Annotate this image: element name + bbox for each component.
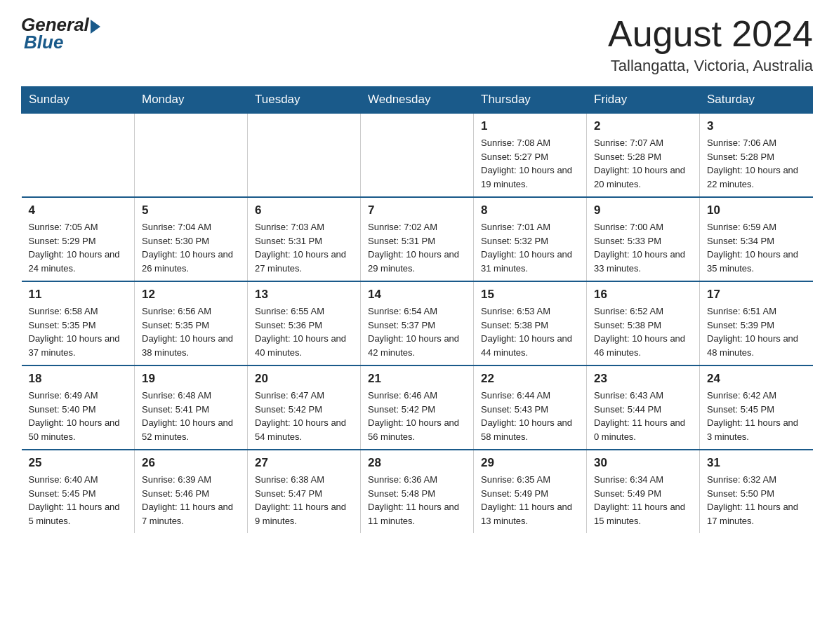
calendar-cell: 17Sunrise: 6:51 AM Sunset: 5:39 PM Dayli… [700,281,813,365]
day-info: Sunrise: 6:55 AM Sunset: 5:36 PM Dayligh… [255,304,353,359]
day-info: Sunrise: 7:04 AM Sunset: 5:30 PM Dayligh… [142,220,240,275]
day-number: 17 [707,288,806,302]
day-number: 21 [368,372,466,386]
day-number: 6 [255,203,353,217]
day-number: 16 [594,288,692,302]
title-block: August 2024 Tallangatta, Victoria, Austr… [608,14,813,75]
day-info: Sunrise: 6:49 AM Sunset: 5:40 PM Dayligh… [29,389,128,443]
calendar-week-row: 25Sunrise: 6:40 AM Sunset: 5:45 PM Dayli… [22,450,813,533]
day-number: 25 [29,456,128,470]
calendar-header-tuesday: Tuesday [248,87,361,114]
calendar-week-row: 18Sunrise: 6:49 AM Sunset: 5:40 PM Dayli… [22,365,813,450]
day-number: 28 [368,456,466,470]
day-info: Sunrise: 7:01 AM Sunset: 5:32 PM Dayligh… [481,220,579,275]
day-number: 29 [481,456,579,470]
calendar-header-saturday: Saturday [700,87,813,114]
calendar-cell: 12Sunrise: 6:56 AM Sunset: 5:35 PM Dayli… [135,281,248,365]
calendar-cell: 10Sunrise: 6:59 AM Sunset: 5:34 PM Dayli… [700,197,813,281]
day-number: 7 [368,203,466,217]
day-info: Sunrise: 6:34 AM Sunset: 5:49 PM Dayligh… [594,473,692,528]
calendar-cell: 30Sunrise: 6:34 AM Sunset: 5:49 PM Dayli… [587,450,700,533]
calendar-cell: 20Sunrise: 6:47 AM Sunset: 5:42 PM Dayli… [248,365,361,450]
day-number: 8 [481,203,579,217]
calendar-cell: 5Sunrise: 7:04 AM Sunset: 5:30 PM Daylig… [135,197,248,281]
calendar-cell [248,113,361,197]
day-info: Sunrise: 7:08 AM Sunset: 5:27 PM Dayligh… [481,136,579,191]
day-number: 19 [142,372,240,386]
calendar-header-row: SundayMondayTuesdayWednesdayThursdayFrid… [22,87,813,114]
calendar-week-row: 4Sunrise: 7:05 AM Sunset: 5:29 PM Daylig… [22,197,813,281]
calendar-cell: 27Sunrise: 6:38 AM Sunset: 5:47 PM Dayli… [248,450,361,533]
day-number: 20 [255,372,353,386]
calendar-cell: 13Sunrise: 6:55 AM Sunset: 5:36 PM Dayli… [248,281,361,365]
day-info: Sunrise: 6:38 AM Sunset: 5:47 PM Dayligh… [255,473,353,528]
day-number: 9 [594,203,692,217]
day-number: 23 [594,372,692,386]
day-info: Sunrise: 6:48 AM Sunset: 5:41 PM Dayligh… [142,389,240,443]
calendar-cell: 1Sunrise: 7:08 AM Sunset: 5:27 PM Daylig… [474,113,587,197]
calendar-cell: 24Sunrise: 6:42 AM Sunset: 5:45 PM Dayli… [700,365,813,450]
calendar-cell [135,113,248,197]
day-info: Sunrise: 6:52 AM Sunset: 5:38 PM Dayligh… [594,304,692,359]
calendar-cell [22,113,135,197]
day-number: 10 [707,203,806,217]
day-number: 24 [707,372,806,386]
day-number: 15 [481,288,579,302]
day-number: 31 [707,456,806,470]
day-info: Sunrise: 6:46 AM Sunset: 5:42 PM Dayligh… [368,389,466,443]
month-title: August 2024 [608,14,813,54]
calendar-cell: 15Sunrise: 6:53 AM Sunset: 5:38 PM Dayli… [474,281,587,365]
day-number: 5 [142,203,240,217]
day-number: 30 [594,456,692,470]
day-info: Sunrise: 6:54 AM Sunset: 5:37 PM Dayligh… [368,304,466,359]
day-number: 26 [142,456,240,470]
day-info: Sunrise: 7:06 AM Sunset: 5:28 PM Dayligh… [707,136,806,191]
calendar-cell: 6Sunrise: 7:03 AM Sunset: 5:31 PM Daylig… [248,197,361,281]
calendar-cell: 26Sunrise: 6:39 AM Sunset: 5:46 PM Dayli… [135,450,248,533]
calendar-cell: 31Sunrise: 6:32 AM Sunset: 5:50 PM Dayli… [700,450,813,533]
calendar-cell: 18Sunrise: 6:49 AM Sunset: 5:40 PM Dayli… [22,365,135,450]
day-number: 18 [29,372,128,386]
calendar-cell: 28Sunrise: 6:36 AM Sunset: 5:48 PM Dayli… [361,450,474,533]
day-number: 13 [255,288,353,302]
day-info: Sunrise: 7:05 AM Sunset: 5:29 PM Dayligh… [29,220,128,275]
calendar-header-friday: Friday [587,87,700,114]
calendar-week-row: 1Sunrise: 7:08 AM Sunset: 5:27 PM Daylig… [22,113,813,197]
day-info: Sunrise: 6:56 AM Sunset: 5:35 PM Dayligh… [142,304,240,359]
day-info: Sunrise: 7:00 AM Sunset: 5:33 PM Dayligh… [594,220,692,275]
calendar-cell: 8Sunrise: 7:01 AM Sunset: 5:32 PM Daylig… [474,197,587,281]
day-info: Sunrise: 7:03 AM Sunset: 5:31 PM Dayligh… [255,220,353,275]
calendar-cell: 3Sunrise: 7:06 AM Sunset: 5:28 PM Daylig… [700,113,813,197]
day-number: 2 [594,119,692,133]
day-info: Sunrise: 6:36 AM Sunset: 5:48 PM Dayligh… [368,473,466,528]
logo-arrow-icon [91,20,100,34]
calendar-header-sunday: Sunday [22,87,135,114]
day-number: 12 [142,288,240,302]
day-info: Sunrise: 6:35 AM Sunset: 5:49 PM Dayligh… [481,473,579,528]
day-info: Sunrise: 6:59 AM Sunset: 5:34 PM Dayligh… [707,220,806,275]
calendar-header-wednesday: Wednesday [361,87,474,114]
page-header: General Blue August 2024 Tallangatta, Vi… [21,14,813,75]
day-info: Sunrise: 6:40 AM Sunset: 5:45 PM Dayligh… [29,473,128,528]
calendar-header-thursday: Thursday [474,87,587,114]
day-number: 11 [29,288,128,302]
calendar-cell: 9Sunrise: 7:00 AM Sunset: 5:33 PM Daylig… [587,197,700,281]
calendar-cell [361,113,474,197]
day-number: 22 [481,372,579,386]
calendar-header-monday: Monday [135,87,248,114]
calendar-cell: 2Sunrise: 7:07 AM Sunset: 5:28 PM Daylig… [587,113,700,197]
day-info: Sunrise: 6:53 AM Sunset: 5:38 PM Dayligh… [481,304,579,359]
logo: General Blue [21,14,100,53]
calendar-cell: 14Sunrise: 6:54 AM Sunset: 5:37 PM Dayli… [361,281,474,365]
day-info: Sunrise: 6:39 AM Sunset: 5:46 PM Dayligh… [142,473,240,528]
calendar-cell: 11Sunrise: 6:58 AM Sunset: 5:35 PM Dayli… [22,281,135,365]
location-title: Tallangatta, Victoria, Australia [608,57,813,75]
calendar-cell: 7Sunrise: 7:02 AM Sunset: 5:31 PM Daylig… [361,197,474,281]
calendar-cell: 25Sunrise: 6:40 AM Sunset: 5:45 PM Dayli… [22,450,135,533]
calendar-week-row: 11Sunrise: 6:58 AM Sunset: 5:35 PM Dayli… [22,281,813,365]
day-number: 27 [255,456,353,470]
calendar-cell: 19Sunrise: 6:48 AM Sunset: 5:41 PM Dayli… [135,365,248,450]
day-info: Sunrise: 6:47 AM Sunset: 5:42 PM Dayligh… [255,389,353,443]
logo-blue-text: Blue [24,32,63,53]
day-info: Sunrise: 7:07 AM Sunset: 5:28 PM Dayligh… [594,136,692,191]
